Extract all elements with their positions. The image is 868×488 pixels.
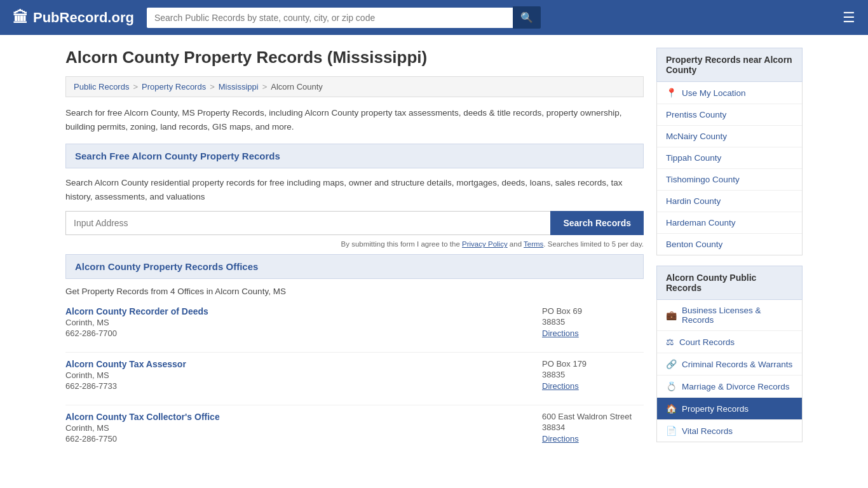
page-title: Alcorn County Property Records (Mississi… — [65, 48, 644, 67]
global-search-button[interactable]: 🔍 — [513, 6, 541, 29]
office-zip-2: 38835 — [542, 370, 644, 379]
sidebar-item-vital-records[interactable]: 📄 Vital Records — [657, 420, 802, 442]
breadcrumb-sep-2: > — [210, 82, 215, 92]
breadcrumb-sep-3: > — [262, 82, 268, 92]
office-entry-2: Alcorn County Tax Assessor Corinth, MS 6… — [65, 359, 644, 391]
office-phone-2: 662-286-7733 — [65, 381, 542, 391]
office-city-3: Corinth, MS — [65, 423, 542, 433]
court-icon: ⚖ — [666, 337, 674, 347]
office-left-2: Alcorn County Tax Assessor Corinth, MS 6… — [65, 359, 542, 391]
address-search-row: Search Records — [65, 211, 644, 235]
office-address-2: PO Box 179 — [542, 359, 644, 369]
sidebar-item-tippah[interactable]: Tippah County — [657, 147, 802, 169]
sidebar-item-court-records-label: Court Records — [679, 337, 735, 347]
property-icon: 🏠 — [666, 403, 677, 414]
site-logo[interactable]: 🏛 PubRecord.org — [13, 9, 134, 27]
logo-icon: 🏛 — [13, 9, 28, 27]
address-input[interactable] — [65, 211, 550, 235]
sidebar-item-benton[interactable]: Benton County — [657, 234, 802, 255]
office-city-2: Corinth, MS — [65, 370, 542, 380]
marriage-icon: 💍 — [666, 381, 677, 391]
criminal-icon: 🔗 — [666, 359, 677, 369]
logo-text: PubRecord.org — [33, 10, 134, 26]
sidebar-nearby-header: Property Records near Alcorn County — [656, 48, 803, 82]
limit-text: . Searches limited to 5 per day. — [543, 240, 644, 248]
terms-link[interactable]: Terms — [524, 240, 543, 248]
location-icon: 📍 — [666, 88, 677, 98]
breadcrumb-public-records[interactable]: Public Records — [74, 82, 129, 92]
sidebar-item-hardeman[interactable]: Hardeman County — [657, 212, 802, 234]
office-directions-1[interactable]: Directions — [542, 329, 579, 338]
sidebar-item-prentiss-label: Prentiss County — [666, 110, 726, 119]
office-name-1: Alcorn County Recorder of Deeds — [65, 306, 542, 316]
search-records-button[interactable]: Search Records — [550, 211, 644, 235]
page-description: Search for free Alcorn County, MS Proper… — [65, 106, 644, 133]
office-zip-1: 38835 — [542, 317, 644, 327]
office-city-1: Corinth, MS — [65, 318, 542, 327]
office-address-3: 600 East Waldron Street — [542, 412, 644, 421]
breadcrumb-property-records[interactable]: Property Records — [142, 82, 206, 92]
offices-description: Get Property Records from 4 Offices in A… — [65, 287, 644, 296]
sidebar-item-criminal-records[interactable]: 🔗 Criminal Records & Warrants — [657, 353, 802, 376]
office-right-2: PO Box 179 38835 Directions — [542, 359, 644, 391]
sidebar: Property Records near Alcorn County 📍 Us… — [656, 48, 803, 458]
office-entry-3: Alcorn County Tax Collector's Office Cor… — [65, 412, 644, 444]
breadcrumb-alcorn-county: Alcorn County — [271, 82, 323, 92]
office-entry-1: Alcorn County Recorder of Deeds Corinth,… — [65, 306, 644, 338]
hamburger-menu-button[interactable]: ☰ — [843, 10, 855, 26]
privacy-policy-link[interactable]: Privacy Policy — [462, 240, 508, 248]
global-search-input[interactable] — [147, 8, 513, 28]
site-header: 🏛 PubRecord.org 🔍 ☰ — [0, 0, 868, 35]
sidebar-item-court-records[interactable]: ⚖ Court Records — [657, 331, 802, 353]
sidebar-item-hardin-label: Hardin County — [666, 196, 721, 206]
and-text: and — [508, 240, 524, 248]
sidebar-item-hardeman-label: Hardeman County — [666, 218, 736, 227]
office-divider-1 — [65, 352, 644, 353]
sidebar-item-criminal-records-label: Criminal Records & Warrants — [682, 360, 792, 369]
office-name-2: Alcorn County Tax Assessor — [65, 359, 542, 369]
sidebar-item-tippah-label: Tippah County — [666, 153, 721, 163]
office-directions-2[interactable]: Directions — [542, 381, 579, 391]
office-name-3: Alcorn County Tax Collector's Office — [65, 412, 542, 422]
sidebar-item-marriage-records-label: Marriage & Divorce Records — [682, 382, 790, 391]
offices-section-header: Alcorn County Property Records Offices — [65, 254, 644, 279]
sidebar-item-hardin[interactable]: Hardin County — [657, 191, 802, 212]
search-form-description: Search Alcorn County residential propert… — [65, 176, 644, 203]
sidebar-item-property-records[interactable]: 🏠 Property Records — [657, 398, 802, 420]
sidebar-public-records-items: 💼 Business Licenses & Records ⚖ Court Re… — [656, 300, 803, 442]
sidebar-item-use-location[interactable]: 📍 Use My Location — [657, 82, 802, 104]
office-phone-3: 662-286-7750 — [65, 434, 542, 444]
search-section-header: Search Free Alcorn County Property Recor… — [65, 144, 644, 168]
sidebar-item-vital-records-label: Vital Records — [682, 426, 733, 436]
main-content: Alcorn County Property Records (Mississi… — [65, 48, 644, 458]
sidebar-item-mcnairy[interactable]: McNairy County — [657, 126, 802, 147]
search-form: Search Alcorn County residential propert… — [65, 176, 644, 248]
office-left-3: Alcorn County Tax Collector's Office Cor… — [65, 412, 542, 444]
search-icon: 🔍 — [520, 12, 533, 23]
breadcrumb-sep-1: > — [133, 82, 138, 92]
sidebar-item-benton-label: Benton County — [666, 240, 722, 249]
hamburger-icon: ☰ — [843, 10, 855, 25]
sidebar-nearby-items: 📍 Use My Location Prentiss County McNair… — [656, 82, 803, 255]
office-left-1: Alcorn County Recorder of Deeds Corinth,… — [65, 306, 542, 338]
office-zip-3: 38834 — [542, 423, 644, 432]
sidebar-item-prentiss[interactable]: Prentiss County — [657, 104, 802, 126]
sidebar-item-tishomingo-label: Tishomingo County — [666, 175, 740, 184]
breadcrumb: Public Records > Property Records > Miss… — [65, 76, 644, 97]
sidebar-item-business-licenses-label: Business Licenses & Records — [682, 306, 793, 325]
business-icon: 💼 — [666, 310, 677, 320]
global-search-bar: 🔍 — [147, 6, 541, 29]
sidebar-item-marriage-records[interactable]: 💍 Marriage & Divorce Records — [657, 376, 802, 398]
office-address-1: PO Box 69 — [542, 306, 644, 316]
office-right-3: 600 East Waldron Street 38834 Directions — [542, 412, 644, 444]
sidebar-item-use-location-label: Use My Location — [682, 88, 746, 98]
vital-icon: 📄 — [666, 426, 677, 436]
sidebar-item-tishomingo[interactable]: Tishomingo County — [657, 169, 802, 191]
sidebar-item-property-records-label: Property Records — [682, 404, 749, 414]
office-directions-3[interactable]: Directions — [542, 434, 579, 444]
breadcrumb-mississippi[interactable]: Mississippi — [219, 82, 259, 92]
office-divider-2 — [65, 405, 644, 405]
sidebar-item-business-licenses[interactable]: 💼 Business Licenses & Records — [657, 300, 802, 331]
disclaimer-text: By submitting this form I agree to the — [341, 240, 462, 248]
sidebar-public-records-header: Alcorn County Public Records — [656, 266, 803, 300]
